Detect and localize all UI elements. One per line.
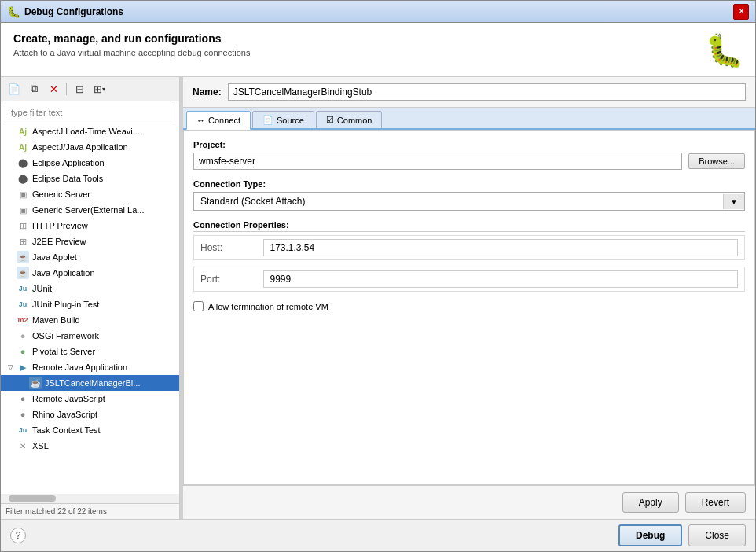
tree-container: Aj AspectJ Load-Time Weavi... Aj AspectJ… [1, 123, 179, 494]
help-button[interactable]: ? [10, 528, 26, 543]
expand-icon [18, 378, 28, 388]
tree-item-http-preview[interactable]: ⊞ HTTP Preview [1, 218, 179, 234]
filter-input[interactable] [6, 105, 174, 120]
item-label: AspectJ Load-Time Weavi... [32, 127, 140, 136]
expand-icon [6, 268, 15, 278]
port-input[interactable] [263, 270, 739, 288]
tree-item-remote-java[interactable]: ▽ ▶ Remote Java Application [1, 359, 179, 375]
expand-icon [6, 237, 15, 246]
tree-item-osgi[interactable]: ● OSGi Framework [1, 328, 179, 344]
tree-item-jslt-cancel[interactable]: ☕ JSLTCancelManagerBi... [1, 375, 179, 391]
tab-label: Connect [208, 116, 240, 125]
tab-connect[interactable]: ↔ Connect [186, 111, 251, 130]
tree-item-generic-server-ext[interactable]: ▣ Generic Server(External La... [1, 202, 179, 218]
tree-item-pivotal[interactable]: ● Pivotal tc Server [1, 344, 179, 359]
connection-properties-label: Connection Properties: [193, 220, 745, 232]
revert-button[interactable]: Revert [685, 492, 746, 513]
horizontal-scrollbar[interactable] [1, 494, 179, 503]
connection-type-select[interactable]: Standard (Socket Attach) [194, 193, 723, 210]
item-icon: ⊞ [17, 219, 29, 232]
debug-button[interactable]: Debug [618, 524, 682, 546]
tree-item-junit-plugin[interactable]: Ju JUnit Plug-in Test [1, 296, 179, 312]
item-icon: ● [17, 392, 29, 405]
main-content: 📄 ⧉ ✕ ⊟ ⊞▾ Aj AspectJ Load-Time Weavi... [1, 77, 755, 519]
tree-item-junit[interactable]: Ju JUnit [1, 281, 179, 296]
bottom-buttons: Debug Close [618, 524, 746, 546]
tab-source[interactable]: 📄 Source [252, 111, 314, 128]
host-row: Host: [194, 236, 745, 260]
allow-termination-checkbox[interactable] [193, 301, 204, 311]
new-config-button[interactable]: 📄 [6, 80, 23, 98]
right-panel: Name: ↔ Connect 📄 Source ☑ Common [183, 77, 755, 519]
host-label: Host: [194, 236, 257, 260]
name-row: Name: [183, 77, 755, 108]
delete-config-button[interactable]: ✕ [45, 80, 62, 98]
item-icon: ☕ [17, 267, 29, 279]
tree-item-eclipse-app[interactable]: ⬤ Eclipse Application [1, 155, 179, 171]
expand-icon [6, 221, 15, 230]
apply-button[interactable]: Apply [622, 492, 679, 513]
tabs-bar: ↔ Connect 📄 Source ☑ Common [183, 108, 755, 130]
bug-icon: 🐛 [705, 32, 743, 70]
item-icon: Ju [17, 298, 29, 311]
collapse-all-button[interactable]: ⊟ [71, 80, 88, 98]
tree-item-eclipse-data[interactable]: ⬤ Eclipse Data Tools [1, 171, 179, 186]
tree-item-aspectj-ltw[interactable]: Aj AspectJ Load-Time Weavi... [1, 123, 179, 139]
item-icon: ✕ [17, 440, 29, 452]
item-icon: ▶ [17, 361, 29, 374]
item-label: AspectJ/Java Application [32, 142, 128, 152]
name-input[interactable] [228, 83, 746, 101]
expand-icon [6, 127, 15, 136]
tab-common[interactable]: ☑ Common [316, 111, 383, 128]
connection-type-dropdown[interactable]: Standard (Socket Attach) ▼ [193, 192, 745, 211]
tab-label: Common [337, 116, 372, 125]
expand-icon [6, 205, 15, 215]
expand-icon [6, 347, 15, 356]
close-window-button[interactable]: ✕ [733, 4, 749, 20]
tree-item-java-applet[interactable]: ☕ Java Applet [1, 249, 179, 265]
tree-item-xsl[interactable]: ✕ XSL [1, 438, 179, 454]
tree-item-task-context[interactable]: Ju Task Context Test [1, 422, 179, 438]
item-icon: ⊞ [17, 235, 29, 248]
item-label: JSLTCancelManagerBi... [45, 378, 140, 388]
dropdown-arrow-icon[interactable]: ▼ [723, 194, 744, 209]
tree-item-java-app[interactable]: ☕ Java Application [1, 265, 179, 281]
connection-type-section: Connection Type: Standard (Socket Attach… [193, 179, 745, 211]
item-label: Generic Server [32, 190, 90, 199]
tab-label: Source [277, 116, 304, 125]
item-label: Remote Java Application [32, 362, 127, 372]
row-separator [194, 260, 745, 267]
item-label: Rhino JavaScript [32, 410, 97, 419]
item-label: JUnit Plug-in Test [32, 300, 99, 309]
tree-item-maven[interactable]: m2 Maven Build [1, 312, 179, 328]
browse-button[interactable]: Browse... [688, 153, 745, 169]
item-label: JUnit [32, 284, 52, 293]
item-icon: ☕ [29, 377, 42, 389]
item-icon: ● [17, 408, 29, 421]
toolbar-separator [66, 83, 67, 95]
header-subtitle: Attach to a Java virtual machine accepti… [13, 48, 250, 57]
close-button[interactable]: Close [688, 524, 746, 546]
tree-item-j2ee[interactable]: ⊞ J2EE Preview [1, 234, 179, 249]
expand-icon [6, 315, 15, 325]
item-label: Maven Build [32, 315, 80, 325]
tree-item-aspectj-java[interactable]: Aj AspectJ/Java Application [1, 139, 179, 155]
item-icon: ▣ [17, 204, 29, 216]
project-input[interactable] [193, 153, 682, 170]
name-label: Name: [193, 86, 222, 98]
connection-properties-section: Connection Properties: Host: Port: [193, 220, 745, 292]
connection-properties-table: Host: Port: [193, 235, 745, 292]
filter-status: Filter matched 22 of 22 items [1, 503, 179, 519]
tree-item-remote-js[interactable]: ● Remote JavaScript [1, 391, 179, 407]
duplicate-config-button[interactable]: ⧉ [25, 80, 42, 98]
tree-item-rhino-js[interactable]: ● Rhino JavaScript [1, 407, 179, 422]
item-label: XSL [32, 441, 49, 451]
tree-item-generic-server[interactable]: ▣ Generic Server [1, 186, 179, 202]
item-icon: ⬤ [17, 172, 29, 185]
right-footer: Apply Revert [183, 485, 755, 519]
header-title: Create, manage, and run configurations [13, 32, 250, 45]
expand-icon [6, 174, 15, 183]
config-dropdown-button[interactable]: ⊞▾ [90, 80, 108, 98]
connection-type-label: Connection Type: [193, 179, 745, 189]
host-input[interactable] [263, 239, 739, 256]
